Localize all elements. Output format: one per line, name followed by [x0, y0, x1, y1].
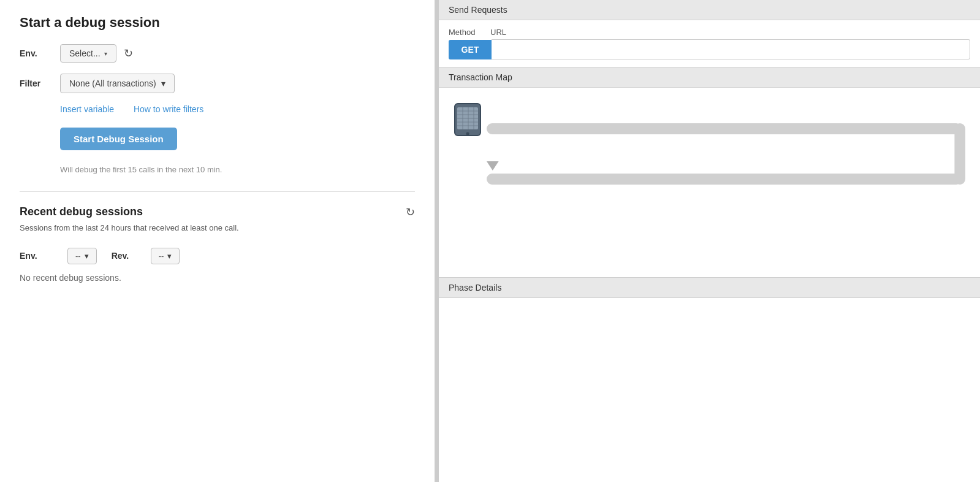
right-panel: Send Requests Method URL GET Transaction… [439, 0, 980, 482]
recent-env-caret-icon: ▾ [85, 251, 89, 261]
method-url-inputs: GET [449, 39, 970, 59]
send-requests-content: Method URL GET [439, 20, 980, 67]
transaction-diagram [487, 106, 968, 204]
env-row: Env. Select... ▾ ↻ [20, 44, 415, 63]
env-refresh-icon[interactable]: ↻ [124, 48, 133, 59]
method-url-labels: Method URL [449, 28, 970, 37]
recent-header-row: Recent debug sessions ↻ [20, 205, 415, 218]
phase-details-header: Phase Details [439, 278, 980, 298]
transaction-map-header: Transaction Map [439, 67, 980, 88]
recent-env-label: Env. [20, 251, 53, 261]
recent-rev-caret-icon: ▾ [167, 251, 172, 261]
method-label: Method [449, 28, 485, 37]
env-select[interactable]: Select... ▾ [60, 44, 116, 63]
recent-refresh-icon[interactable]: ↻ [406, 207, 415, 218]
no-sessions-text: No recent debug sessions. [20, 273, 415, 283]
recent-filter-row: Env. -- ▾ Rev. -- ▾ [20, 248, 415, 264]
phone-icon [454, 102, 482, 139]
env-select-text: Select... [69, 48, 101, 58]
env-select-caret-icon: ▾ [104, 50, 107, 57]
start-button-container: Start Debug Session [20, 128, 415, 158]
svg-point-10 [466, 132, 469, 136]
recent-debug-title: Recent debug sessions [20, 205, 143, 218]
send-requests-header: Send Requests [439, 0, 980, 20]
recent-debug-section: Recent debug sessions ↻ Sessions from th… [20, 205, 415, 283]
filter-select-caret-icon: ▾ [161, 78, 165, 88]
filter-row: Filter None (All transactions) ▾ [20, 74, 415, 93]
transaction-map-content [439, 88, 980, 278]
svg-marker-14 [487, 161, 499, 170]
section-divider [20, 191, 415, 192]
url-input[interactable] [492, 39, 970, 59]
filter-label: Filter [20, 78, 53, 88]
recent-env-select[interactable]: -- ▾ [67, 248, 97, 264]
svg-rect-11 [487, 123, 962, 134]
recent-rev-select[interactable]: -- ▾ [151, 248, 180, 264]
start-debug-button[interactable]: Start Debug Session [60, 128, 177, 150]
insert-variable-link[interactable]: Insert variable [60, 104, 114, 114]
start-debug-section: Start a debug session Env. Select... ▾ ↻… [20, 15, 415, 174]
recent-rev-select-text: -- [159, 251, 164, 261]
left-panel: Start a debug session Env. Select... ▾ ↻… [0, 0, 435, 482]
filter-select[interactable]: None (All transactions) ▾ [60, 74, 175, 93]
recent-rev-label: Rev. [112, 251, 136, 261]
url-label: URL [490, 28, 506, 37]
how-to-write-filters-link[interactable]: How to write filters [134, 104, 203, 114]
links-row: Insert variable How to write filters [60, 104, 415, 114]
recent-desc-text: Sessions from the last 24 hours that rec… [20, 222, 415, 234]
get-button[interactable]: GET [449, 40, 492, 59]
env-label: Env. [20, 48, 53, 58]
debug-hint-text: Will debug the first 15 calls in the nex… [60, 165, 415, 174]
svg-rect-13 [954, 123, 965, 185]
recent-env-select-text: -- [75, 251, 81, 261]
start-debug-title: Start a debug session [20, 15, 415, 31]
phase-details-content [439, 298, 980, 483]
filter-select-text: None (All transactions) [69, 78, 156, 88]
svg-rect-12 [487, 174, 962, 185]
